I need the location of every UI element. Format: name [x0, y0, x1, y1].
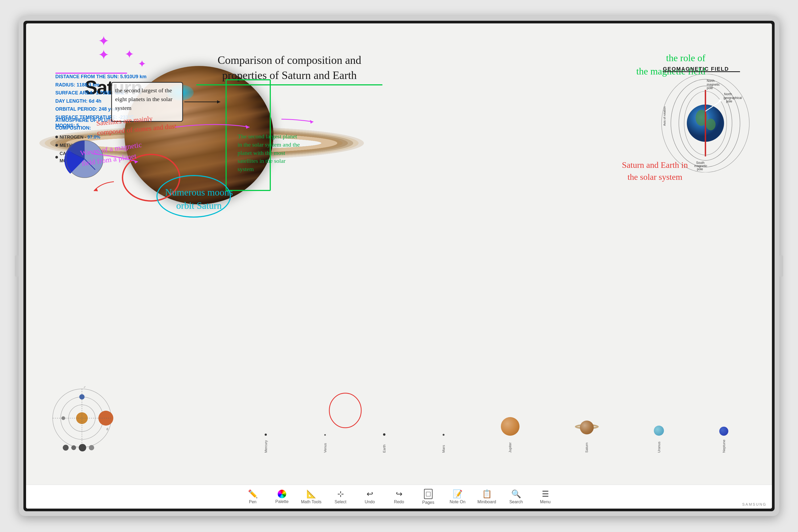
- north-geo: North: [724, 92, 732, 96]
- planet-label-uranus: Uranus: [657, 437, 661, 453]
- tool-pages[interactable]: □ Pages: [414, 486, 443, 508]
- dot-methane: [55, 144, 58, 147]
- comparison-underline: [196, 84, 382, 86]
- orbit-label-right: d: [107, 427, 108, 431]
- planet-col-venus: Venus: [323, 434, 327, 453]
- north-magnetic-2: magnetic: [707, 83, 720, 87]
- planet-col-saturn: Saturn: [575, 418, 599, 453]
- planet-neptune: [719, 427, 728, 436]
- planet-col-mars: Mars: [441, 434, 445, 453]
- note-on-icon: 📝: [453, 489, 462, 498]
- north-magnetic: North: [707, 79, 715, 83]
- screen: ✦ ✦ ✦ ✦ Saturn DISTANCE FROM THE SUN: 5.…: [26, 23, 772, 509]
- tool-miniboard[interactable]: 📋 Miniboard: [472, 486, 501, 508]
- box-annotation-text: the second largest of the eight planets …: [115, 87, 172, 111]
- axis-label: Axis of rotation: [663, 107, 666, 126]
- note-on-label: Note On: [450, 499, 466, 504]
- whiteboard: ✦ ✦ ✦ ✦ Saturn DISTANCE FROM THE SUN: 5.…: [26, 23, 772, 484]
- tool-palette[interactable]: Palette: [267, 486, 297, 508]
- monitor-inner: ✦ ✦ ✦ ✦ Saturn DISTANCE FROM THE SUN: 5.…: [23, 21, 775, 511]
- miniboard-icon: 📋: [482, 489, 492, 498]
- tool-select[interactable]: ⊹ Select: [326, 486, 355, 508]
- menu-label: Menu: [540, 499, 551, 504]
- orbit-diagram: ♂ d: [48, 384, 116, 453]
- pages-label: Pages: [422, 500, 434, 505]
- north-geo-3: pole: [726, 99, 732, 103]
- pen-label: Pen: [249, 499, 256, 504]
- annotation-saturn-earth: Saturn and Earth in the solar system: [620, 159, 689, 183]
- continent-2: [706, 119, 716, 130]
- redo-label: Redo: [394, 499, 404, 504]
- tool-undo[interactable]: ↩ Undo: [355, 486, 384, 508]
- tool-menu[interactable]: ☰ Menu: [531, 486, 560, 508]
- comparison-title: Comparison of composition and properties…: [196, 53, 382, 86]
- comparison-line2: properties of Saturn and Earth: [196, 68, 382, 83]
- planet-label-mars: Mars: [441, 437, 445, 453]
- planet-jupiter: [501, 417, 519, 436]
- math-tools-icon: 📐: [306, 489, 316, 498]
- orbit-planet-1: [79, 394, 84, 400]
- planet-col-earth: Earth: [382, 433, 386, 453]
- tool-redo[interactable]: ↪ Redo: [384, 486, 414, 508]
- north-magnetic-3: pole: [707, 86, 713, 90]
- monitor: ✦ ✦ ✦ ✦ Saturn DISTANCE FROM THE SUN: 5.…: [19, 16, 779, 516]
- planet-dot-1: [63, 445, 69, 451]
- planet-label-earth: Earth: [382, 437, 386, 453]
- planet-col-jupiter: Jupiter: [501, 417, 519, 453]
- search-label: Search: [509, 499, 523, 504]
- orbit-svg: ♂ d: [48, 384, 116, 453]
- miniboard-label: Miniboard: [477, 499, 496, 504]
- toolbar: ✏️ Pen Palette 📐 Math Tools ⊹ Select ↩: [26, 484, 772, 509]
- palette-label: Palette: [275, 499, 289, 504]
- left-handle: [15, 255, 19, 277]
- search-icon: 🔍: [511, 489, 521, 498]
- tool-pen[interactable]: ✏️ Pen: [238, 486, 267, 508]
- planet-mars-dot: [443, 434, 444, 436]
- redo-icon: ↪: [396, 489, 402, 498]
- pen-icon: ✏️: [248, 489, 258, 498]
- south-magnetic-3: pole: [697, 167, 703, 171]
- select-icon: ⊹: [337, 489, 344, 498]
- star-decoration-1: ✦ ✦: [98, 34, 110, 62]
- star-decoration-2: ✦: [125, 48, 134, 61]
- planet-dots-row: [63, 444, 94, 451]
- dot-carbon: [55, 156, 58, 158]
- undo-label: Undo: [365, 499, 375, 504]
- info-distance: DISTANCE FROM THE SUN: 5.910U9 km: [55, 73, 147, 81]
- pages-icon: □: [424, 489, 433, 499]
- planet-label-jupiter: Jupiter: [508, 437, 512, 453]
- palette-icon: [278, 490, 286, 498]
- samsung-logo: SAMSUNG: [742, 502, 766, 507]
- math-tools-label: Math Tools: [301, 499, 321, 504]
- planet-label-saturn: Saturn: [585, 437, 589, 453]
- north-geo-2: geographical: [723, 96, 742, 100]
- planet-label-venus: Venus: [323, 437, 327, 453]
- tool-note-on[interactable]: 📝 Note On: [443, 486, 472, 508]
- planet-col-uranus: Uranus: [654, 425, 664, 453]
- solar-system-row: Mercury Venus Earth Mars: [236, 400, 756, 453]
- planet-venus-dot: [324, 434, 326, 436]
- magnetic-line1: the role of: [636, 51, 705, 65]
- planet-col-sun: Mercury: [264, 434, 268, 453]
- annotation-moons: Numerous moons orbit Saturn: [156, 186, 242, 212]
- tool-math-tools[interactable]: 📐 Math Tools: [297, 486, 326, 508]
- planet-uranus: [654, 425, 664, 436]
- planet-label-mercury: Mercury: [264, 437, 268, 453]
- planet-label-neptune: Neptune: [722, 437, 726, 453]
- star-decoration-3: ✦: [138, 58, 146, 70]
- menu-icon: ☰: [542, 489, 549, 498]
- saturn-body-small: [580, 421, 594, 434]
- undo-icon: ↩: [366, 489, 373, 498]
- orbit-label-top: ♂: [83, 385, 86, 389]
- planet-saturn-with-rings: [575, 418, 599, 437]
- select-label: Select: [335, 499, 346, 504]
- right-handle: [779, 255, 783, 277]
- tool-search[interactable]: 🔍 Search: [501, 486, 531, 508]
- planet-col-neptune: Neptune: [719, 427, 728, 453]
- annotation-second-largest: The second largest planet in the solar s…: [238, 132, 301, 173]
- planet-dot-3: [79, 444, 86, 451]
- planet-dot-2: [71, 445, 76, 450]
- comparison-line1: Comparison of composition and: [196, 53, 382, 68]
- geomagnetic-underline: [663, 71, 740, 72]
- planet-sun-dot: [265, 434, 267, 436]
